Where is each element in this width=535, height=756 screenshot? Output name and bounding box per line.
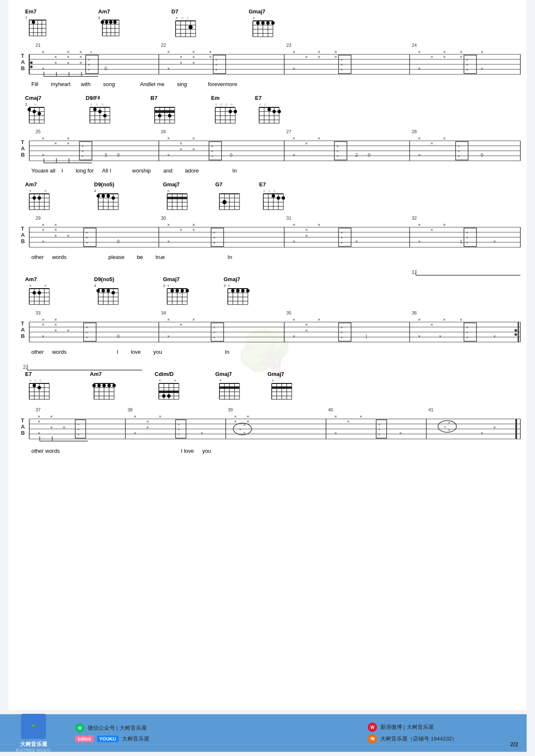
- youku-text: 大树音乐屋: [122, 735, 149, 743]
- svg-text:×: ×: [50, 414, 53, 419]
- svg-text:×: ×: [90, 50, 92, 54]
- svg-text:×: ×: [86, 236, 88, 240]
- svg-text:×: ×: [213, 325, 215, 330]
- svg-point-26: [113, 20, 117, 24]
- svg-text:27: 27: [286, 129, 291, 134]
- chord-name-e7-1: E7: [255, 95, 262, 101]
- svg-text:×: ×: [481, 66, 483, 71]
- svg-text:3: 3: [163, 284, 165, 288]
- brand-tree-icon: 🌳: [31, 725, 36, 728]
- lyrics-row-5: other words I love you: [17, 448, 518, 454]
- lyric-song: song: [103, 81, 115, 87]
- chord-am7-2: Am7 × ×: [25, 181, 52, 213]
- svg-text:3: 3: [104, 152, 107, 157]
- chord-row-1: Em7 7: [17, 8, 518, 40]
- chord-diagram-b7: [150, 101, 178, 127]
- svg-point-55: [271, 21, 275, 25]
- chord-name-gmaj7-3: Gmaj7: [163, 276, 180, 282]
- lyric-be: be: [137, 254, 143, 260]
- chord-diagram-gmaj7-6: ×: [268, 378, 295, 405]
- svg-point-442: [181, 289, 184, 292]
- svg-text:×: ×: [167, 317, 170, 322]
- svg-text:×: ×: [341, 231, 343, 235]
- svg-text:×: ×: [458, 149, 460, 153]
- svg-text:4: 4: [94, 284, 96, 288]
- svg-text:×: ×: [318, 222, 320, 227]
- svg-point-163: [103, 114, 107, 117]
- taobao-icon: 淘: [368, 734, 377, 743]
- svg-text:○: ○: [215, 102, 217, 107]
- svg-text:×: ×: [431, 141, 433, 146]
- chord-name-gmaj7-2: Gmaj7: [163, 181, 180, 188]
- chord-name-b7: B7: [150, 95, 158, 101]
- svg-text:B: B: [21, 333, 25, 339]
- svg-text:5: 5: [98, 16, 100, 20]
- svg-text:×: ×: [192, 317, 195, 322]
- svg-point-297: [107, 194, 110, 198]
- svg-text:39: 39: [228, 407, 233, 412]
- svg-text:×: ×: [341, 330, 343, 335]
- chord-am7-3: Am7 × ×: [25, 276, 52, 308]
- svg-text:×: ×: [493, 425, 496, 430]
- tab-staff-1: 21 22 23 24 T A B: [21, 41, 522, 79]
- svg-point-337: [282, 196, 285, 200]
- svg-text:A: A: [21, 59, 25, 65]
- svg-text:22: 22: [161, 43, 166, 48]
- svg-text:×: ×: [305, 54, 308, 59]
- lyric-adore: adore: [185, 167, 199, 174]
- chord-diagram-d9no5-2: 4: [94, 283, 121, 308]
- lyric-other-2: other: [31, 349, 44, 355]
- svg-text:×: ×: [318, 54, 320, 59]
- svg-text:×: ×: [29, 189, 31, 193]
- svg-text:30: 30: [161, 216, 166, 221]
- svg-text:B: B: [21, 430, 25, 436]
- svg-text:A: A: [21, 145, 25, 152]
- svg-point-458: [241, 289, 245, 292]
- svg-text:×: ×: [192, 147, 195, 152]
- svg-text:26: 26: [161, 129, 166, 134]
- svg-text:×: ×: [176, 16, 178, 20]
- svg-text:×: ×: [54, 233, 57, 238]
- svg-text:×: ×: [378, 422, 380, 426]
- svg-text:×: ×: [493, 334, 496, 339]
- svg-text:×: ×: [443, 49, 446, 54]
- svg-point-478: [515, 329, 517, 332]
- svg-text:×: ×: [146, 419, 149, 424]
- svg-point-53: [261, 21, 265, 25]
- bilibili-youku-row: bilibili YOUKU 大树音乐屋: [75, 735, 368, 743]
- svg-text:○: ○: [90, 102, 92, 107]
- chord-name-am7-4: Am7: [90, 371, 102, 377]
- svg-text:×: ×: [431, 54, 433, 59]
- svg-text:×: ×: [418, 222, 420, 227]
- svg-text:×: ×: [67, 49, 69, 54]
- chord-name-em: Em: [211, 95, 219, 101]
- svg-text:×: ×: [247, 419, 249, 424]
- svg-point-40: [189, 25, 193, 29]
- svg-point-459: [246, 289, 250, 292]
- svg-text:×: ×: [42, 322, 44, 327]
- svg-text:×: ×: [466, 58, 468, 62]
- svg-text:B: B: [21, 238, 25, 244]
- svg-text:×: ×: [215, 58, 217, 62]
- svg-text:○: ○: [39, 378, 41, 383]
- tab-staff-5: 37 38 39 40 41 T A B: [21, 406, 522, 445]
- svg-text:×: ×: [318, 317, 320, 322]
- svg-text:34: 34: [161, 310, 166, 315]
- lyric-with: with: [81, 81, 91, 87]
- svg-text:38: 38: [127, 407, 132, 412]
- svg-text:×: ×: [192, 222, 195, 227]
- weibo-icon: W: [368, 723, 377, 732]
- chord-diagram-gmaj7-1: ×: [249, 15, 276, 40]
- svg-text:×: ×: [178, 432, 180, 436]
- svg-text:×: ×: [192, 49, 195, 54]
- svg-text:×: ×: [54, 227, 57, 232]
- lyric-I-2: I: [117, 349, 118, 355]
- chord-name-d9no5-2: D9(no5): [94, 276, 114, 282]
- svg-text:×: ×: [38, 431, 40, 436]
- chord-d9fs: D9/F♯ ○ ○ ○: [86, 95, 113, 127]
- svg-text:×: ×: [460, 317, 462, 322]
- svg-text:×: ×: [77, 432, 79, 436]
- svg-text:×: ×: [29, 284, 31, 288]
- svg-text:×: ×: [341, 335, 343, 340]
- svg-point-24: [105, 20, 108, 24]
